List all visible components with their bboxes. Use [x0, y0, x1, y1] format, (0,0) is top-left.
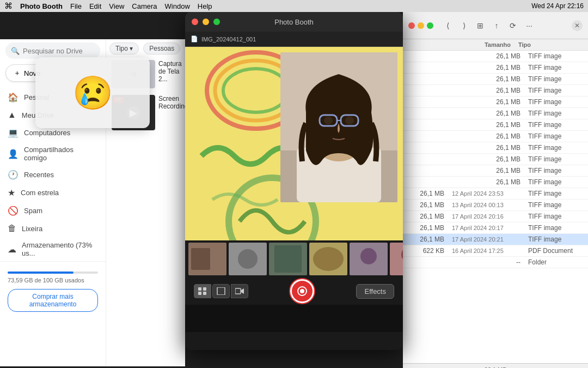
finder-row-size: 26,1 MB: [482, 98, 520, 106]
finder-row-kind: TIFF image: [528, 190, 583, 197]
pb-shutter-button[interactable]: [290, 279, 314, 303]
finder-row-kind: PDF Document: [528, 247, 583, 255]
finder-row[interactable]: 26,1 MB17 April 2024 20:17TIFF image: [403, 222, 588, 234]
finder-row[interactable]: 26,1 MBTIFF image: [403, 51, 588, 62]
finder-row-kind: TIFF image: [528, 75, 583, 83]
svg-rect-32: [217, 287, 225, 295]
finder-share-icon[interactable]: ↑: [490, 19, 503, 32]
sidebar-item-spam[interactable]: 🚫 Spam: [0, 202, 100, 220]
sidebar-label-com-estrela: Com estrela: [21, 189, 59, 197]
pb-thumb-2[interactable]: [229, 243, 267, 275]
star-icon: ★: [8, 188, 15, 198]
finder-row-kind: TIFF image: [528, 178, 583, 186]
view-menu[interactable]: View: [109, 2, 124, 10]
pb-thumb-1[interactable]: [188, 243, 226, 275]
finder-row[interactable]: 622 KB16 April 2024 17:25PDF Document: [403, 245, 588, 257]
pb-titlebar: Photo Booth: [185, 12, 403, 32]
file-name-recording: Screen Recording...: [158, 95, 185, 110]
window-menu[interactable]: Window: [165, 2, 190, 10]
finder-toolbar-icons: ⟨ ⟩ ⊞ ↑ ⟳ ···: [441, 19, 536, 32]
finder-row[interactable]: 26,1 MBTIFF image: [403, 74, 588, 85]
finder-row[interactable]: 26,1 MBTIFF image: [403, 131, 588, 142]
sidebar-item-compartilhados[interactable]: 👤 Compartilhados comigo: [0, 142, 100, 166]
help-menu[interactable]: Help: [198, 2, 212, 10]
sidebar-item-recentes[interactable]: 🕐 Recentes: [0, 166, 100, 184]
camera-menu[interactable]: Camera: [132, 2, 157, 10]
finder-back-icon[interactable]: ⟨: [441, 19, 454, 32]
finder-row[interactable]: 26,1 MB12 April 2024 23:53TIFF image: [403, 188, 588, 200]
finder-row[interactable]: 26,1 MBTIFF image: [403, 154, 588, 165]
finder-more-icon[interactable]: ···: [523, 19, 536, 32]
pb-effects-button[interactable]: Effects: [356, 284, 394, 299]
drive-icon: ▲: [8, 110, 16, 120]
finder-row[interactable]: 26,1 MBTIFF image: [403, 119, 588, 131]
finder-row-date: 17 April 2024 20:16: [452, 213, 523, 220]
finder-forward-icon[interactable]: ⟩: [457, 19, 470, 32]
finder-row[interactable]: 26,1 MBTIFF image: [403, 108, 588, 119]
pb-file-bar: 📄 IMG_20240412_001: [185, 32, 403, 47]
finder-row-kind: TIFF image: [528, 213, 583, 220]
finder-window: ⟨ ⟩ ⊞ ↑ ⟳ ··· ✕ Tamanho Tipo 26,1 MBTIFF…: [403, 12, 588, 368]
finder-tag-icon[interactable]: ⟳: [506, 19, 519, 32]
finder-row[interactable]: 26,1 MBTIFF image: [403, 62, 588, 74]
finder-row-size: 26,1 MB: [482, 121, 520, 129]
pb-thumbnail-strip: [185, 240, 403, 277]
finder-row[interactable]: 26,1 MB17 April 2024 20:16TIFF image: [403, 211, 588, 222]
pb-minimize-button[interactable]: [203, 19, 209, 25]
finder-maximize-button[interactable]: [427, 22, 433, 29]
apple-menu[interactable]: ⌘: [4, 1, 13, 11]
pb-thumb-3[interactable]: [269, 243, 307, 275]
finder-col-kind-header[interactable]: Tipo: [518, 41, 583, 48]
finder-panel-close[interactable]: ✕: [572, 20, 583, 31]
finder-row[interactable]: 26,1 MB13 April 2024 00:13TIFF image: [403, 200, 588, 211]
drive-search-bar[interactable]: 🔍 Pesquisar no Drive: [5, 43, 100, 59]
pb-thumb-6[interactable]: [390, 243, 403, 275]
finder-row-size: 26,1 MB: [482, 75, 520, 83]
finder-row-size: 26,1 MB: [408, 190, 444, 197]
pb-video-view-button[interactable]: [231, 284, 248, 298]
app-name-menu[interactable]: Photo Booth: [20, 2, 63, 10]
finder-row-date: 13 April 2024 00:13: [452, 202, 523, 208]
pb-close-button[interactable]: [192, 19, 198, 25]
pb-window-title: Photo Booth: [224, 18, 364, 26]
svg-point-25: [360, 248, 377, 264]
pb-more-strip: [185, 305, 403, 332]
finder-col-size-header[interactable]: Tamanho: [473, 41, 511, 48]
finder-row-kind: TIFF image: [528, 87, 583, 94]
sidebar-item-lixeira[interactable]: 🗑 Lixeira: [0, 220, 100, 237]
pb-single-view-button[interactable]: [212, 284, 230, 298]
svg-marker-34: [241, 288, 244, 294]
sidebar-item-armazenamento[interactable]: ☁ Armazenamento (73% us...: [0, 237, 100, 261]
storage-section: 73,59 GB de 100 GB usados Comprar mais a…: [0, 261, 106, 318]
finder-row[interactable]: --Folder: [403, 257, 588, 268]
finder-item-count: 26,1 MB: [485, 366, 507, 369]
finder-row[interactable]: 26,1 MBTIFF image: [403, 177, 588, 188]
clock-icon: 🕐: [8, 170, 19, 180]
finder-minimize-button[interactable]: [418, 22, 424, 29]
pb-maximize-button[interactable]: [213, 19, 220, 25]
finder-view-icon[interactable]: ⊞: [474, 19, 487, 32]
finder-row-kind: TIFF image: [528, 201, 583, 209]
pb-grid-view-button[interactable]: [194, 284, 211, 298]
finder-row[interactable]: 26,1 MBTIFF image: [403, 85, 588, 96]
finder-close-button[interactable]: [408, 22, 415, 29]
finder-row-date: 12 April 2024 23:53: [452, 190, 523, 197]
finder-row[interactable]: 26,1 MBTIFF image: [403, 142, 588, 154]
pb-thumb-5[interactable]: [350, 243, 388, 275]
finder-row[interactable]: 26,1 MB17 April 2024 20:21TIFF image: [403, 234, 588, 245]
filter-tipo[interactable]: Tipo ▾: [109, 43, 139, 55]
finder-row-size: 26,1 MB: [482, 167, 520, 174]
edit-menu[interactable]: Edit: [89, 2, 101, 10]
sidebar-item-com-estrela[interactable]: ★ Com estrela: [0, 184, 100, 202]
finder-row-size: 26,1 MB: [482, 144, 520, 152]
pb-thumb-4[interactable]: [309, 243, 347, 275]
buy-storage-button[interactable]: Comprar mais armazenamento: [8, 289, 98, 312]
storage-used-text: 73,59 GB de 100 GB usados: [8, 277, 98, 283]
file-menu[interactable]: File: [70, 2, 82, 10]
filter-pessoas[interactable]: Pessoas: [143, 43, 180, 55]
finder-row[interactable]: 26,1 MBTIFF image: [403, 165, 588, 177]
finder-row-kind: TIFF image: [528, 52, 583, 60]
finder-row[interactable]: 26,1 MBTIFF image: [403, 96, 588, 108]
home-icon: 🏠: [8, 92, 19, 102]
finder-row-date: 17 April 2024 20:21: [452, 236, 523, 243]
